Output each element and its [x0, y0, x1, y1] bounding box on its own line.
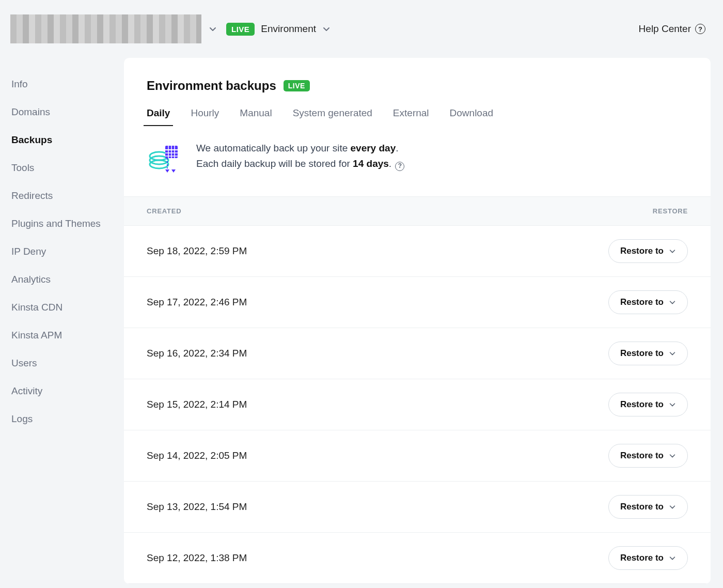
- sidebar-item-logs[interactable]: Logs: [11, 405, 124, 433]
- chevron-down-icon: [669, 299, 676, 306]
- backup-created-date: Sep 18, 2022, 2:59 PM: [147, 245, 247, 257]
- chevron-down-icon: [669, 247, 676, 255]
- page-title: Environment backups: [147, 79, 276, 93]
- info-text: We automatically back up your site every…: [196, 141, 404, 172]
- restore-to-button[interactable]: Restore to: [608, 342, 688, 365]
- sidebar-item-kinsta-apm[interactable]: Kinsta APM: [11, 321, 124, 349]
- restore-to-button[interactable]: Restore to: [608, 546, 688, 570]
- chevron-down-icon: [209, 25, 217, 33]
- sidebar-item-users[interactable]: Users: [11, 349, 124, 377]
- backup-created-date: Sep 13, 2022, 1:54 PM: [147, 501, 247, 513]
- restore-to-button[interactable]: Restore to: [608, 393, 688, 416]
- backup-created-date: Sep 15, 2022, 2:14 PM: [147, 399, 247, 410]
- sidebar-item-ip-deny[interactable]: IP Deny: [11, 238, 124, 266]
- backup-created-date: Sep 14, 2022, 2:05 PM: [147, 450, 247, 461]
- help-center-link[interactable]: Help Center ?: [639, 23, 705, 35]
- sidebar-item-activity[interactable]: Activity: [11, 377, 124, 405]
- backup-created-date: Sep 12, 2022, 1:38 PM: [147, 552, 247, 564]
- backup-created-date: Sep 17, 2022, 2:46 PM: [147, 297, 247, 308]
- info-block: We automatically back up your site every…: [124, 126, 711, 196]
- table-row: Sep 18, 2022, 2:59 PMRestore to: [124, 226, 711, 277]
- sidebar-item-domains[interactable]: Domains: [11, 98, 124, 126]
- tab-daily[interactable]: Daily: [147, 107, 170, 126]
- table-header: CREATED RESTORE: [124, 196, 711, 226]
- sidebar-item-plugins-themes[interactable]: Plugins and Themes: [11, 210, 124, 238]
- tab-system-generated[interactable]: System generated: [293, 107, 372, 126]
- table-row: Sep 16, 2022, 2:34 PMRestore to: [124, 328, 711, 379]
- restore-to-label: Restore to: [620, 297, 664, 307]
- chevron-down-icon: [669, 401, 676, 408]
- restore-to-button[interactable]: Restore to: [608, 495, 688, 519]
- chevron-down-icon: [669, 350, 676, 357]
- backup-tabs: Daily Hourly Manual System generated Ext…: [147, 107, 688, 126]
- tab-manual[interactable]: Manual: [240, 107, 272, 126]
- site-selector[interactable]: [10, 14, 217, 43]
- sidebar-item-analytics[interactable]: Analytics: [11, 266, 124, 293]
- tab-external[interactable]: External: [393, 107, 429, 126]
- title-live-badge: LIVE: [284, 80, 310, 91]
- sidebar-item-kinsta-cdn[interactable]: Kinsta CDN: [11, 293, 124, 321]
- restore-to-label: Restore to: [620, 451, 664, 461]
- environment-selector[interactable]: LIVE Environment: [226, 23, 331, 36]
- restore-to-button[interactable]: Restore to: [608, 290, 688, 314]
- table-row: Sep 15, 2022, 2:14 PMRestore to: [124, 379, 711, 430]
- tab-download[interactable]: Download: [450, 107, 494, 126]
- col-created: CREATED: [147, 207, 181, 215]
- live-badge: LIVE: [226, 23, 255, 36]
- chevron-down-icon: [669, 554, 676, 562]
- svg-marker-12: [171, 169, 176, 173]
- restore-to-label: Restore to: [620, 348, 664, 359]
- help-icon: ?: [695, 24, 705, 34]
- page-header: LIVE Environment Help Center ?: [0, 0, 723, 58]
- restore-to-button[interactable]: Restore to: [608, 444, 688, 468]
- restore-to-button[interactable]: Restore to: [608, 239, 688, 263]
- sidebar-item-redirects[interactable]: Redirects: [11, 182, 124, 210]
- sidebar-item-info[interactable]: Info: [11, 70, 124, 98]
- table-row: Sep 13, 2022, 1:54 PMRestore to: [124, 482, 711, 533]
- main-card: Environment backups LIVE Daily Hourly Ma…: [124, 58, 711, 584]
- backup-calendar-icon: [147, 141, 182, 176]
- sidebar-item-backups[interactable]: Backups: [11, 126, 124, 154]
- help-center-label: Help Center: [639, 23, 691, 35]
- environment-label: Environment: [261, 23, 316, 35]
- svg-marker-11: [165, 169, 169, 173]
- restore-to-label: Restore to: [620, 553, 664, 563]
- sidebar-nav: Info Domains Backups Tools Redirects Plu…: [0, 58, 124, 433]
- sidebar-item-tools[interactable]: Tools: [11, 154, 124, 182]
- restore-to-label: Restore to: [620, 246, 664, 256]
- chevron-down-icon: [669, 503, 676, 510]
- site-name-redacted: [10, 14, 201, 43]
- table-body: Sep 18, 2022, 2:59 PMRestore toSep 17, 2…: [124, 226, 711, 584]
- info-tooltip-icon[interactable]: ?: [395, 162, 404, 171]
- tab-hourly[interactable]: Hourly: [191, 107, 219, 126]
- backup-created-date: Sep 16, 2022, 2:34 PM: [147, 348, 247, 359]
- col-restore: RESTORE: [653, 207, 688, 215]
- chevron-down-icon: [669, 452, 676, 459]
- restore-to-label: Restore to: [620, 502, 664, 512]
- restore-to-label: Restore to: [620, 399, 664, 410]
- table-row: Sep 12, 2022, 1:38 PMRestore to: [124, 533, 711, 584]
- chevron-down-icon: [322, 25, 331, 33]
- table-row: Sep 17, 2022, 2:46 PMRestore to: [124, 277, 711, 328]
- table-row: Sep 14, 2022, 2:05 PMRestore to: [124, 430, 711, 482]
